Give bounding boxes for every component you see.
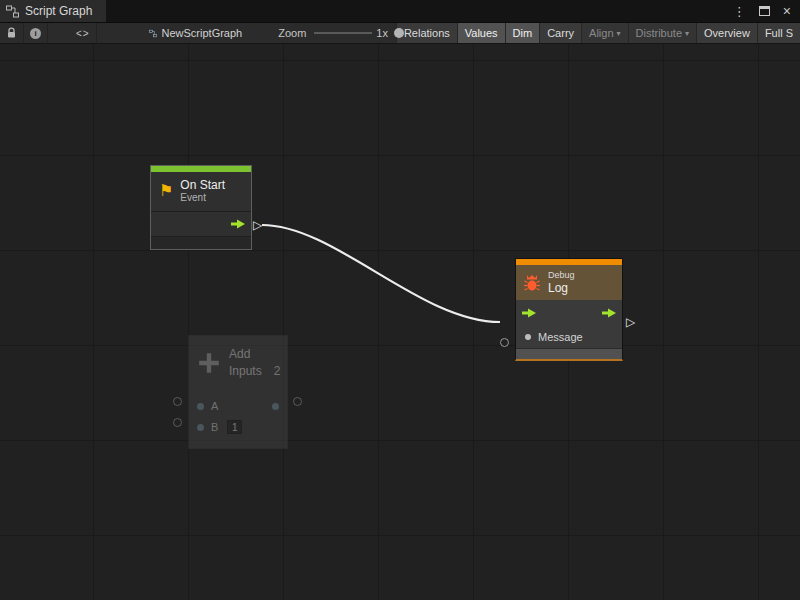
- debug-log-node[interactable]: Debug Log Message: [515, 258, 623, 361]
- values-label: Values: [465, 27, 498, 39]
- code-icon: <>: [76, 28, 90, 39]
- flag-icon: ⚑: [159, 183, 173, 199]
- script-graph-icon: [6, 5, 19, 18]
- node-title: Log: [548, 281, 575, 295]
- connection-layer: [0, 44, 800, 600]
- add-b-external-port[interactable]: [173, 418, 182, 427]
- maximize-icon[interactable]: [759, 6, 770, 16]
- tab-label: Script Graph: [25, 4, 92, 18]
- debug-flow-row: [516, 300, 622, 325]
- port-row-b: B: [189, 417, 287, 438]
- fullscreen-button[interactable]: Full S: [757, 22, 800, 44]
- info-button[interactable]: i: [24, 22, 48, 44]
- graph-asset-icon: [149, 27, 157, 40]
- trigger-output-port[interactable]: [230, 219, 246, 229]
- relations-label: Relations: [404, 27, 450, 39]
- add-node-ports: A B: [189, 388, 287, 448]
- node-title: On Start: [180, 178, 225, 192]
- debug-log-header: Debug Log: [516, 265, 622, 300]
- add-output-external-port[interactable]: [293, 397, 302, 406]
- graph-toolbar: i <> NewScriptGraph Zoom 1x Relations Va…: [0, 22, 800, 44]
- graph-name-breadcrumb[interactable]: NewScriptGraph: [162, 27, 243, 39]
- close-icon[interactable]: ×: [783, 4, 791, 18]
- zoom-label: Zoom: [278, 27, 306, 39]
- distribute-dropdown[interactable]: Distribute ▾: [628, 22, 696, 44]
- debug-bug-icon: [523, 274, 541, 292]
- dim-button[interactable]: Dim: [505, 22, 540, 44]
- onstart-output-triangle[interactable]: ▷: [253, 219, 262, 231]
- node-category: Debug: [548, 270, 575, 281]
- carry-label: Carry: [547, 27, 574, 39]
- debug-log-footer: [516, 348, 622, 359]
- log-output-triangle[interactable]: ▷: [626, 316, 635, 328]
- add-a-external-port[interactable]: [173, 397, 182, 406]
- on-start-header: ⚑ On Start Event: [151, 172, 251, 211]
- zoom-slider[interactable]: [314, 22, 372, 44]
- zoom-slider-track[interactable]: [314, 32, 372, 34]
- add-node[interactable]: Add Inputs 2 A B: [188, 335, 288, 449]
- on-start-footer: [151, 236, 251, 249]
- info-icon: i: [30, 28, 41, 39]
- graph-canvas[interactable]: ⚑ On Start Event: [0, 44, 800, 600]
- align-dropdown[interactable]: Align ▾: [581, 22, 627, 44]
- lock-icon: [6, 27, 17, 39]
- fullscreen-label: Full S: [765, 27, 793, 39]
- port-b-label: B: [211, 421, 218, 433]
- titlebar-controls: ⋮ ×: [733, 0, 800, 22]
- titlebar: Script Graph ⋮ ×: [0, 0, 800, 22]
- chevron-down-icon: ▾: [617, 29, 621, 38]
- message-external-port[interactable]: [500, 338, 509, 347]
- carry-button[interactable]: Carry: [539, 22, 581, 44]
- wire-onstart-to-log[interactable]: [262, 225, 500, 322]
- node-subtitle: Inputs: [229, 363, 262, 380]
- chevron-down-icon: ▾: [685, 29, 689, 38]
- plus-icon: [197, 351, 221, 375]
- menu-kebab-icon[interactable]: ⋮: [733, 5, 746, 18]
- tab-script-graph[interactable]: Script Graph: [0, 0, 106, 22]
- add-node-header: Add Inputs 2: [189, 336, 287, 388]
- input-port-b[interactable]: [197, 424, 204, 431]
- align-label: Align: [589, 27, 613, 39]
- input-count-field[interactable]: 2: [274, 364, 281, 378]
- distribute-label: Distribute: [636, 27, 682, 39]
- output-port-sum[interactable]: [272, 403, 279, 410]
- message-port-row: Message: [516, 325, 622, 348]
- zoom-value: 1x: [376, 27, 388, 39]
- trigger-input-port[interactable]: [521, 308, 537, 318]
- overview-label: Overview: [704, 27, 750, 39]
- input-port-a[interactable]: [197, 403, 204, 410]
- dim-label: Dim: [513, 27, 533, 39]
- node-subtitle: Event: [180, 192, 225, 204]
- message-input-port[interactable]: [525, 334, 531, 340]
- values-button[interactable]: Values: [457, 22, 505, 44]
- lock-button[interactable]: [0, 22, 24, 44]
- port-row-a: A: [189, 396, 287, 417]
- message-label: Message: [538, 331, 583, 343]
- on-start-node[interactable]: ⚑ On Start Event: [150, 165, 252, 250]
- trigger-output-port[interactable]: [601, 308, 617, 318]
- relations-button[interactable]: Relations: [396, 22, 457, 44]
- code-preview-button[interactable]: <>: [70, 22, 97, 44]
- node-title: Add: [229, 346, 280, 363]
- on-start-port-row: [151, 211, 251, 236]
- port-b-value-input[interactable]: [227, 420, 242, 434]
- script-graph-window: Script Graph ⋮ × i <> NewScriptGraph Zoo…: [0, 0, 800, 600]
- port-a-label: A: [211, 400, 218, 412]
- overview-button[interactable]: Overview: [696, 22, 757, 44]
